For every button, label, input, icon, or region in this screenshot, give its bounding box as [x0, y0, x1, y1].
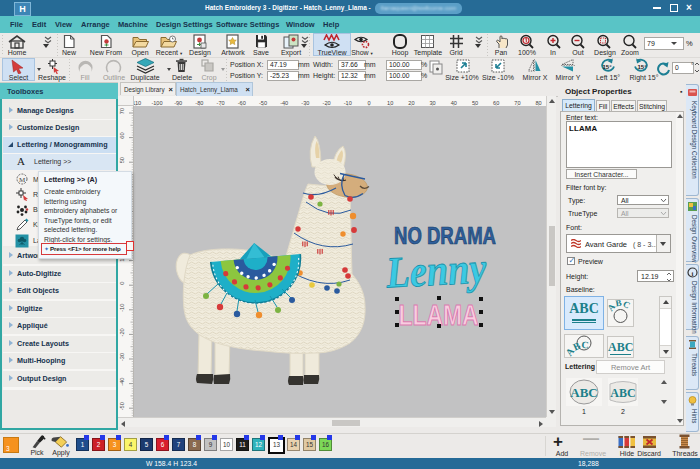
svg-text:-20: -20 — [119, 328, 125, 336]
svg-text:i: i — [692, 270, 694, 278]
svg-text:-50: -50 — [119, 402, 125, 410]
svg-text:Lenny: Lenny — [384, 243, 488, 297]
svg-text:-40: -40 — [119, 378, 125, 386]
svg-text:ABC: ABC — [570, 385, 597, 400]
svg-text:70: 70 — [119, 108, 125, 114]
svg-text:15°: 15° — [602, 64, 612, 70]
svg-text:ABC: ABC — [608, 300, 632, 313]
svg-text:-10: -10 — [119, 304, 125, 312]
svg-text:0: 0 — [119, 282, 125, 285]
svg-text:50: 50 — [119, 157, 125, 163]
svg-text:-30: -30 — [119, 353, 125, 361]
svg-text:ABC: ABC — [565, 339, 589, 357]
svg-text:15°: 15° — [637, 64, 647, 70]
svg-text:60: 60 — [119, 132, 125, 138]
svg-text:ABC: ABC — [610, 386, 635, 400]
svg-text:M: M — [19, 176, 26, 184]
